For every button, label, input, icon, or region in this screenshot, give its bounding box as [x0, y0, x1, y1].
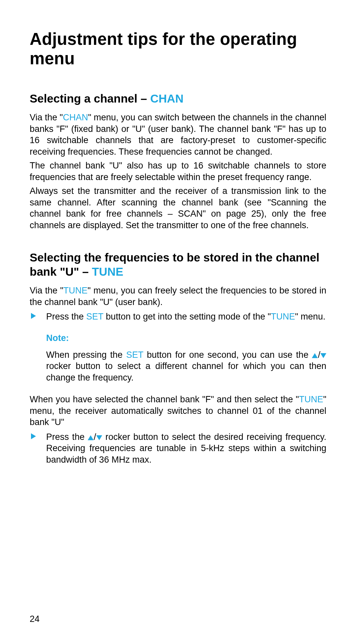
step-list-1: Press the SET button to get into the set… — [30, 311, 326, 322]
section2-paragraph-2: When you have selected the channel bank … — [30, 394, 326, 428]
triangle-down-icon — [96, 435, 102, 440]
page-number: 24 — [30, 614, 40, 624]
section-heading-tune: Selecting the frequencies to be stored i… — [30, 250, 326, 279]
menu-name-tune: TUNE — [63, 286, 88, 295]
heading-text: Selecting a channel – — [30, 92, 150, 105]
title-text: Adjustment tips for the operating menu — [30, 30, 297, 68]
section1-paragraph-2: The channel bank "U" also has up to 16 s… — [30, 160, 326, 183]
step-item: Press the / rocker button to select the … — [46, 431, 326, 466]
note-body: When pressing the SET button for one sec… — [46, 349, 326, 383]
button-name-set: SET — [86, 312, 104, 322]
section2-paragraph-1: Via the "TUNE" menu, you can freely sele… — [30, 285, 326, 308]
spacer — [30, 234, 326, 250]
step-item: Press the SET button to get into the set… — [46, 311, 326, 322]
menu-name-tune: TUNE — [271, 312, 295, 322]
section1-paragraph-1: Via the "CHAN" menu, you can switch betw… — [30, 112, 326, 157]
page-title: Adjustment tips for the operating menu — [30, 30, 326, 68]
heading-text: Selecting the frequencies to be stored i… — [30, 251, 319, 278]
menu-name-tune: TUNE — [299, 394, 323, 404]
step-list-2: Press the / rocker button to select the … — [30, 431, 326, 466]
button-name-set: SET — [126, 350, 143, 360]
section-heading-chan: Selecting a channel – CHAN — [30, 91, 326, 106]
triangle-up-icon — [312, 353, 318, 358]
triangle-down-icon — [320, 353, 326, 358]
note-block: Note: When pressing the SET button for o… — [46, 333, 326, 383]
document-page: Adjustment tips for the operating menu S… — [0, 0, 356, 644]
note-label: Note: — [46, 333, 326, 343]
menu-name-chan: CHAN — [63, 112, 88, 122]
section1-paragraph-3: Always set the transmitter and the recei… — [30, 185, 326, 231]
triangle-up-icon — [88, 435, 94, 440]
heading-accent-chan: CHAN — [150, 92, 184, 105]
heading-accent-tune: TUNE — [92, 265, 123, 278]
